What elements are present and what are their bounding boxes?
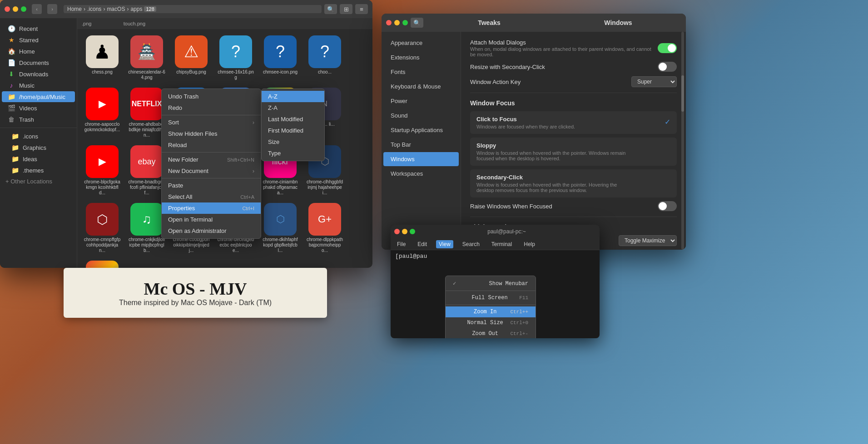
td-show-menubar[interactable]: ✓ Show Menubar — [446, 278, 536, 289]
forward-button[interactable]: › — [47, 4, 57, 14]
back-button[interactable]: ‹ — [32, 4, 42, 14]
sidebar-item-home-music[interactable]: 📁 /home/paul/Music — [2, 91, 75, 102]
tw-nav-startup[interactable]: Startup Applications — [383, 123, 459, 137]
sidebar-item-trash[interactable]: 🗑 Trash — [2, 114, 75, 125]
term-menu-help[interactable]: Help — [521, 240, 538, 248]
breadcrumb-macos[interactable]: macOS — [107, 6, 125, 12]
file-item[interactable]: ⬡ chrome-cmnpffgfpcohhpoddjankjan... — [82, 201, 123, 255]
term-menu-view[interactable]: View — [436, 240, 453, 248]
term-menu-file[interactable]: File — [394, 240, 408, 248]
tw-nav-extensions[interactable]: Extensions — [383, 50, 459, 64]
raise-focused-toggle[interactable] — [658, 201, 677, 211]
cm-reload[interactable]: Reload — [162, 139, 261, 151]
cm-redo[interactable]: Redo — [162, 102, 261, 113]
term-menu-edit[interactable]: Edit — [415, 240, 430, 248]
file-item[interactable]: ? choo... — [304, 34, 345, 82]
tw-nav-windows[interactable]: Windows — [383, 152, 459, 166]
tw-nav-workspaces[interactable]: Workspaces — [383, 167, 459, 181]
tw-nav-appearance[interactable]: Appearance — [383, 36, 459, 50]
maximize-button[interactable] — [402, 20, 408, 25]
focus-option-sloppy[interactable]: Sloppy Window is focused when hovered wi… — [470, 138, 677, 166]
file-item[interactable]: ⬡ chrome-efnaogkjbogok cnohkmnjdoj... — [82, 259, 123, 268]
td-normal-size[interactable]: Normal Size Ctrl+0 — [446, 317, 536, 328]
term-menu-search[interactable]: Search — [460, 240, 482, 248]
td-zoom-in[interactable]: Zoom In Ctrl++ — [446, 306, 536, 317]
breadcrumb[interactable]: Home › .icons › macOS › apps 128 — [64, 5, 322, 13]
td-zoom-out[interactable]: Zoom Out Ctrl+- — [446, 328, 536, 338]
breadcrumb-home[interactable]: Home — [67, 6, 82, 12]
close-button[interactable] — [394, 229, 400, 234]
sort-size[interactable]: Size — [262, 136, 324, 148]
maximize-button[interactable] — [21, 6, 26, 12]
file-item[interactable]: ? chmsee-16x16.png — [215, 34, 256, 82]
tw-nav-top-bar[interactable]: Top Bar — [383, 138, 459, 152]
sidebar-item-downloads[interactable]: ⬇ Downloads — [2, 69, 75, 79]
scrollbar-track[interactable] — [681, 32, 684, 250]
menu-button[interactable]: ≡ — [355, 4, 368, 14]
breadcrumb-apps[interactable]: apps — [130, 6, 142, 12]
cm-select-all[interactable]: Select All Ctrl+A — [162, 191, 261, 202]
maximize-button[interactable] — [410, 229, 415, 234]
cm-open-terminal[interactable]: Open in Terminal — [162, 214, 261, 225]
file-item[interactable]: ⚠ chipsyBug.png — [171, 34, 212, 82]
minimize-button[interactable] — [394, 20, 400, 25]
file-item[interactable]: ▶ chrome-blpcfgokakmgn kcoihhkbfld... — [82, 143, 123, 197]
file-label: chrome-deceagebecbc eejblnlcjooe... — [217, 237, 254, 253]
sort-first-modified[interactable]: First Modified — [262, 125, 324, 136]
fm-toolbar-right: 🔍 ⊞ ≡ — [324, 4, 368, 14]
tw-nav-fonts[interactable]: Fonts — [383, 65, 459, 79]
double-click-select[interactable]: Toggle Maximize Lower Menu — [619, 235, 677, 246]
sidebar-item-graphics[interactable]: 📁 Graphics — [2, 142, 75, 153]
cm-undo-trash[interactable]: Undo Trash — [162, 91, 261, 102]
cm-open-admin[interactable]: Open as Administrator — [162, 225, 261, 237]
cm-new-document[interactable]: New Document › — [162, 165, 261, 177]
view-toggle-button[interactable]: ⊞ — [340, 4, 352, 14]
sort-za[interactable]: Z-A — [262, 102, 324, 113]
file-item[interactable]: ⬡ chrome-dkihfaphfkopd gbpfkebjfcbl... — [260, 201, 301, 255]
sidebar-item-videos[interactable]: 🎬 Videos — [2, 103, 75, 113]
tw-nav-power[interactable]: Power — [383, 94, 459, 108]
cm-sort[interactable]: Sort › — [162, 117, 261, 128]
sort-selected-icon: ● — [315, 94, 318, 99]
sidebar-item-ideas[interactable]: 📁 Ideas — [2, 153, 75, 164]
tw-nav-sound[interactable]: Sound — [383, 109, 459, 123]
file-label: chipsyBug.png — [176, 69, 206, 75]
file-item[interactable]: ? chmsee-icon.png — [260, 34, 301, 82]
file-item[interactable]: ▶ chrome-aapocclogokmnckokdopf... — [82, 86, 123, 140]
sidebar-item-music[interactable]: ♪ Music — [2, 80, 75, 91]
search-button[interactable]: 🔍 — [324, 4, 337, 14]
breadcrumb-icons[interactable]: .icons — [87, 6, 101, 12]
sidebar-item-starred[interactable]: ★ Starred — [2, 35, 75, 45]
minimize-button[interactable] — [402, 229, 407, 234]
minimize-button[interactable] — [13, 6, 18, 12]
sort-type[interactable]: Type — [262, 148, 324, 159]
sidebar-item-other-locations[interactable]: + Other Locations — [0, 176, 77, 187]
sidebar-item-home[interactable]: 🏠 Home — [2, 46, 75, 57]
search-button[interactable]: 🔍 — [411, 18, 423, 28]
cm-new-folder[interactable]: New Folder Shift+Ctrl+N — [162, 154, 261, 165]
window-action-key-select[interactable]: Super Alt — [631, 76, 677, 87]
file-item[interactable]: 🏯 chinesecalendar-64.png — [126, 34, 167, 82]
sidebar-item-themes[interactable]: 📁 .themes — [2, 165, 75, 176]
sidebar-item-documents[interactable]: 📄 Documents — [2, 57, 75, 68]
sort-az[interactable]: A-Z ● — [262, 91, 324, 102]
resize-secondary-toggle[interactable] — [658, 62, 677, 72]
file-item[interactable]: ♟ chess.png — [82, 34, 123, 82]
cm-paste[interactable]: Paste — [162, 180, 261, 191]
term-menu-terminal[interactable]: Terminal — [489, 240, 515, 248]
close-button[interactable] — [386, 20, 392, 25]
focus-option-secondary-click[interactable]: Secondary-Click Window is focused when h… — [470, 169, 677, 197]
attach-modal-desc: When on, modal dialog windows are attach… — [470, 46, 658, 57]
file-item[interactable]: G+ chrome-dlppkpathbajpcmmoheippo... — [304, 201, 345, 255]
td-full-screen[interactable]: Full Screen F11 — [446, 292, 536, 303]
tw-nav-keyboard-mouse[interactable]: Keyboard & Mouse — [383, 79, 459, 94]
close-button[interactable] — [5, 6, 10, 12]
cm-label: Select All — [168, 193, 192, 200]
cm-show-hidden[interactable]: Show Hidden Files — [162, 128, 261, 139]
focus-option-click[interactable]: Click to Focus Windows are focused when … — [470, 111, 677, 134]
sidebar-item-recent[interactable]: 🕐 Recent — [2, 23, 75, 34]
sidebar-item-icons[interactable]: 📁 .icons — [2, 131, 75, 142]
attach-modal-toggle[interactable] — [658, 43, 677, 53]
cm-properties[interactable]: Properties Ctrl+I — [162, 202, 261, 214]
sort-last-modified[interactable]: Last Modified — [262, 113, 324, 125]
